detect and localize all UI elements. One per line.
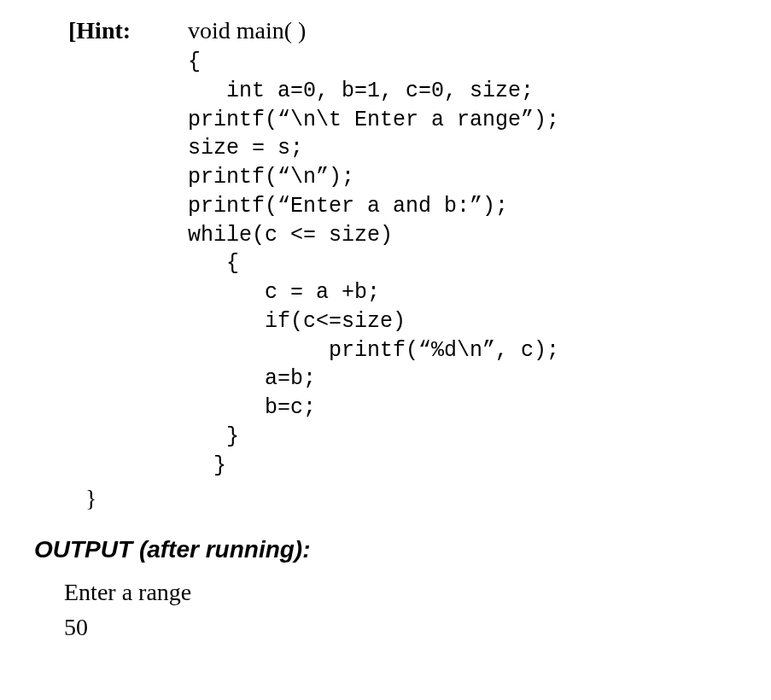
- code-block: { int a=0, b=1, c=0, size; printf(“\n\t …: [188, 48, 745, 480]
- function-signature: void main( ): [188, 17, 306, 44]
- output-heading: OUTPUT (after running):: [34, 536, 745, 563]
- output-line: 50: [64, 610, 745, 645]
- closing-brace: }: [85, 485, 745, 512]
- output-line: Enter a range: [64, 575, 745, 610]
- output-block: Enter a range 50: [64, 575, 745, 645]
- hint-row: [Hint: void main( ): [26, 17, 745, 44]
- hint-label: [Hint:: [68, 17, 188, 44]
